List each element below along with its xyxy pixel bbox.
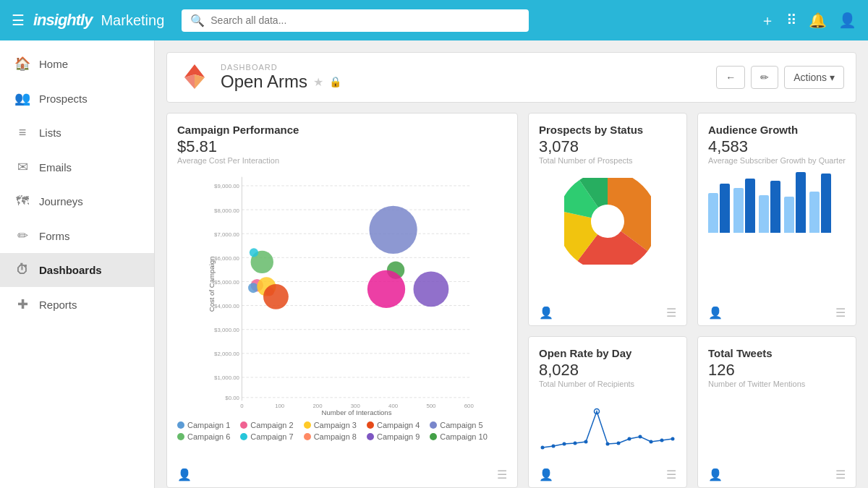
svg-text:$5,000.00: $5,000.00: [214, 279, 239, 286]
page-header: DASHBOARD Open Arms ★ 🔒 ← ✏ Actions ▾: [166, 52, 856, 103]
audience-subtitle: Average Subscriber Growth by Quarter: [708, 156, 846, 165]
logo: insightly: [33, 11, 92, 30]
svg-point-61: [671, 437, 675, 441]
bell-icon[interactable]: 🔔: [809, 12, 827, 29]
svg-text:$6,000.00: $6,000.00: [214, 255, 239, 262]
sidebar-item-prospects[interactable]: 👥 Prospects: [0, 81, 154, 116]
sidebar-item-reports[interactable]: ✚ Reports: [0, 287, 154, 322]
audience-list-icon: ☰: [835, 306, 846, 320]
tweets-footer: 👤 ☰: [708, 468, 846, 481]
page-header-meta: DASHBOARD Open Arms ★ 🔒: [221, 63, 716, 92]
svg-point-43: [367, 270, 405, 308]
actions-button[interactable]: Actions ▾: [784, 66, 844, 89]
svg-text:0: 0: [240, 403, 244, 409]
svg-point-59: [650, 440, 653, 444]
svg-text:Cost of Campaign: Cost of Campaign: [208, 257, 216, 312]
prospects-title: Prospects by Status: [539, 124, 676, 136]
legend-campaign2: Campaign 2: [240, 421, 293, 429]
topnav: ☰ insightly Marketing 🔍 ＋ ⠿ 🔔 👤: [0, 0, 868, 40]
svg-point-41: [369, 206, 417, 254]
svg-point-58: [639, 435, 642, 439]
sidebar-item-dashboards[interactable]: ⏱ Dashboards: [0, 253, 154, 287]
back-button[interactable]: ←: [716, 66, 745, 89]
bar-chart: [708, 171, 846, 236]
svg-point-42: [414, 271, 449, 307]
star-icon[interactable]: ★: [313, 75, 323, 89]
svg-text:500: 500: [426, 403, 436, 409]
openrate-person-icon: 👤: [539, 468, 553, 481]
svg-text:$7,000.00: $7,000.00: [214, 231, 239, 238]
svg-point-36: [248, 283, 258, 293]
legend-campaign7: Campaign 7: [240, 432, 293, 441]
sidebar-item-journeys[interactable]: 🗺 Journeys: [0, 184, 154, 218]
legend-campaign4: Campaign 4: [367, 421, 420, 429]
page-header-label: DASHBOARD: [221, 63, 716, 72]
search-icon: 🔍: [190, 14, 205, 27]
dashboards-icon: ⏱: [14, 262, 30, 278]
plus-icon[interactable]: ＋: [760, 11, 775, 30]
lists-icon: ≡: [14, 125, 30, 140]
tweets-title: Total Tweets: [708, 347, 846, 359]
audience-value: 4,583: [708, 137, 846, 156]
svg-text:$2,000.00: $2,000.00: [214, 351, 239, 357]
dashboard-logo: [179, 61, 210, 93]
sidebar-label-lists: Lists: [39, 127, 61, 139]
legend-campaign10: Campaign 10: [430, 432, 487, 441]
prospects-footer: 👤 ☰: [539, 306, 676, 320]
campaign-performance-card: Campaign Performance $5.81 Average Cost …: [166, 113, 518, 488]
scatter-chart: $9,000.00 $8,000.00 $7,000.00 $6,000.00 …: [177, 171, 507, 416]
sidebar-item-home[interactable]: 🏠 Home: [0, 46, 154, 81]
user-icon[interactable]: 👤: [838, 12, 856, 29]
openrate-footer: 👤 ☰: [539, 468, 676, 481]
sidebar: 🏠 Home 👥 Prospects ≡ Lists ✉ Emails 🗺 Jo…: [0, 40, 155, 488]
campaign-list-icon: ☰: [497, 468, 507, 481]
home-icon: 🏠: [14, 56, 30, 72]
search-input[interactable]: [210, 14, 520, 26]
audience-person-icon: 👤: [708, 306, 723, 320]
hamburger-icon[interactable]: ☰: [12, 12, 25, 29]
svg-point-53: [584, 440, 588, 444]
dashboard-grid: Campaign Performance $5.81 Average Cost …: [166, 113, 856, 488]
sidebar-item-forms[interactable]: ✏ Forms: [0, 218, 154, 253]
prospects-value: 3,078: [539, 137, 676, 156]
svg-point-34: [250, 248, 258, 257]
main-content: DASHBOARD Open Arms ★ 🔒 ← ✏ Actions ▾ Ca…: [155, 40, 868, 488]
layout: 🏠 Home 👥 Prospects ≡ Lists ✉ Emails 🗺 Jo…: [0, 40, 868, 488]
sidebar-label-emails: Emails: [39, 161, 72, 174]
legend-campaign9: Campaign 9: [367, 432, 420, 441]
prospects-status-card: Prospects by Status 3,078 Total Number o…: [528, 113, 687, 326]
campaign-subtitle: Average Cost Per Interaction: [177, 156, 507, 165]
sidebar-label-dashboards: Dashboards: [39, 264, 102, 276]
page-header-title: Open Arms ★ 🔒: [221, 72, 716, 92]
svg-point-55: [606, 442, 610, 446]
legend-campaign5: Campaign 5: [430, 421, 482, 429]
audience-footer: 👤 ☰: [708, 306, 846, 320]
page-header-actions: ← ✏ Actions ▾: [716, 66, 844, 89]
svg-text:400: 400: [388, 403, 399, 409]
legend-campaign8: Campaign 8: [304, 432, 357, 441]
prospects-person-icon: 👤: [539, 306, 553, 320]
tweets-card: Total Tweets 126 Number of Twitter Menti…: [697, 336, 856, 488]
prospects-icon: 👥: [14, 90, 30, 106]
tweets-subtitle: Number of Twitter Mentions: [708, 380, 846, 388]
openrate-card: Open Rate by Day 8,028 Total Number of R…: [528, 336, 687, 488]
svg-point-60: [660, 439, 664, 442]
tweets-person-icon: 👤: [708, 468, 723, 481]
campaign-footer: 👤 ☰: [177, 468, 507, 481]
sidebar-item-lists[interactable]: ≡ Lists: [0, 116, 154, 150]
svg-point-52: [574, 442, 577, 445]
svg-text:$0.00: $0.00: [225, 395, 239, 401]
campaign-legend: Campaign 1 Campaign 2 Campaign 3 Campaig…: [177, 421, 507, 441]
sidebar-label-reports: Reports: [39, 299, 77, 311]
svg-text:$1,000.00: $1,000.00: [214, 374, 239, 381]
svg-point-57: [628, 437, 631, 441]
edit-button[interactable]: ✏: [751, 66, 778, 89]
line-chart: [539, 394, 676, 477]
prospects-list-icon: ☰: [666, 306, 676, 320]
svg-text:$9,000.00: $9,000.00: [214, 183, 239, 189]
sidebar-label-journeys: Journeys: [39, 195, 83, 207]
search-bar[interactable]: 🔍: [182, 9, 529, 32]
sidebar-item-emails[interactable]: ✉ Emails: [0, 150, 154, 184]
grid-icon[interactable]: ⠿: [786, 12, 797, 29]
svg-point-50: [552, 445, 556, 448]
